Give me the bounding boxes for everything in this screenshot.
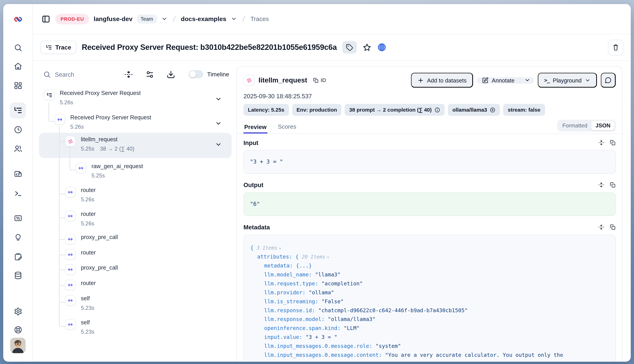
metric-badge[interactable]: ollama/llama3 — [448, 104, 500, 116]
tree-row-metrics: 5.26s — [81, 196, 96, 202]
copy-section-icon[interactable] — [609, 140, 616, 146]
tree-row-proxy-pre-call[interactable]: ↔proxy_pre_call — [39, 264, 232, 275]
tree-row-received-proxy-server-request[interactable]: ↔Received Proxy Server Request5.26s — [39, 114, 232, 134]
scores-icon[interactable] — [12, 212, 24, 224]
collapse-section-icon[interactable] — [598, 182, 604, 188]
insights-lightbulb-icon[interactable] — [12, 232, 24, 243]
datasets-database-icon[interactable] — [12, 270, 24, 281]
prompts-icon[interactable] — [12, 168, 24, 180]
copy-section-icon[interactable] — [609, 182, 616, 188]
tree-connector — [59, 141, 65, 142]
view-settings-icon[interactable] — [145, 69, 155, 80]
expand-chevron-icon[interactable] — [215, 120, 222, 128]
json-key: attributes: — [257, 254, 295, 260]
chat-bubble-icon — [605, 77, 611, 84]
json-key: input.value: — [264, 334, 305, 340]
tree-row-self[interactable]: ↔self5.23s — [39, 295, 232, 316]
expand-chevron-icon[interactable] — [215, 141, 222, 150]
tree-row-received-proxy-server-request[interactable]: Received Proxy Server Request5.26s — [39, 90, 232, 110]
tree-row-router[interactable]: ↔router5.26s — [39, 210, 232, 231]
format-toggle[interactable]: FormattedJSON — [557, 120, 616, 132]
breadcrumb-separator: / — [241, 14, 247, 23]
tree-row-metrics: 5.23s — [81, 328, 94, 335]
collapse-all-icon[interactable] — [123, 69, 134, 80]
tab-preview[interactable]: Preview — [243, 120, 267, 134]
json-line: llm.input_messages.0.message.content: "Y… — [249, 351, 610, 360]
metric-badge: stream: false — [503, 104, 545, 116]
observation-tabs: PreviewScores FormattedJSON — [237, 116, 622, 134]
tree-row-label: Received Proxy Server Request — [60, 90, 141, 97]
breadcrumb-project[interactable]: docs-examples — [181, 15, 226, 23]
tree-row-router[interactable]: ↔router5.26s — [39, 187, 232, 207]
collapse-section-icon[interactable] — [598, 140, 604, 146]
metadata-section: Metadata { 3 Itemsattributes: { 20 Items… — [243, 224, 616, 362]
json-item-count[interactable]: 20 Items — [302, 254, 330, 260]
comments-button[interactable] — [601, 73, 616, 88]
playground-terminal-icon[interactable] — [12, 188, 24, 199]
json-line: llm.response.id: "chatcmpl-d96622c0-c642… — [249, 306, 610, 315]
tab-scores[interactable]: Scores — [277, 120, 297, 134]
breadcrumb-section[interactable]: Traces — [250, 16, 269, 22]
breadcrumb-separator: / — [171, 14, 177, 23]
info-icon[interactable] — [435, 107, 440, 112]
tree-row-metrics: 5.25s — [91, 172, 143, 178]
add-to-datasets-button[interactable]: Add to datasets — [411, 73, 473, 88]
dashboard-icon[interactable] — [12, 80, 24, 91]
tree-search-input[interactable] — [55, 71, 104, 78]
sessions-clock-icon[interactable] — [12, 124, 24, 135]
json-line: llm.request.type: "acompletion" — [249, 279, 610, 288]
tree-row-router[interactable]: ↔router — [39, 249, 232, 260]
trace-title-bar: Trace Received Proxy Server Request: b30… — [33, 34, 631, 61]
annotate-button[interactable]: Annotate — [477, 77, 520, 83]
users-icon[interactable] — [12, 143, 24, 154]
bookmark-star-icon[interactable] — [362, 42, 372, 52]
playground-button[interactable]: >_ Playground — [538, 73, 597, 88]
trash-icon — [612, 44, 619, 51]
top-navigation-bar: PROD-EU langfuse-dev Team / docs-example… — [33, 4, 631, 34]
search-icon[interactable] — [12, 42, 24, 53]
tracing-icon[interactable] — [10, 102, 26, 119]
tree-row-metrics: 5.26s — [70, 124, 151, 130]
tag-button[interactable] — [342, 41, 357, 54]
sidebar-toggle-icon[interactable] — [41, 14, 51, 24]
input-section: Input "3 + 3 = " — [243, 139, 616, 174]
tree-toolbar: Timeline — [39, 66, 232, 82]
tree-row-proxy-pre-call[interactable]: ↔proxy_pre_call — [39, 234, 232, 244]
home-icon[interactable] — [12, 60, 24, 72]
tree-row-label: proxy_pre_call — [81, 234, 118, 241]
format-option-formatted[interactable]: Formatted — [558, 121, 591, 130]
span-icon: ↔ — [65, 234, 76, 244]
tree-row-raw-gen-ai-request[interactable]: ↔raw_gen_ai_request5.25s — [39, 163, 232, 183]
annotation-clipboard-icon[interactable] — [12, 251, 24, 262]
timeline-toggle[interactable] — [188, 70, 203, 78]
tree-row-self[interactable]: ↔self5.23s — [39, 319, 232, 340]
metric-badge[interactable]: 38 prompt → 2 completion (∑ 40) — [345, 104, 445, 116]
project-switcher-chevron-icon[interactable] — [231, 16, 237, 22]
org-type-chip: Team — [137, 14, 157, 23]
json-item-count[interactable]: 3 Items — [257, 245, 282, 251]
span-icon: ↔ — [65, 280, 76, 290]
plus-circle-icon[interactable] — [490, 107, 496, 112]
download-icon[interactable] — [166, 69, 176, 80]
content-area: Timeline Received Proxy Server Request5.… — [33, 61, 631, 362]
settings-gear-icon[interactable] — [12, 306, 24, 317]
user-avatar[interactable] — [10, 338, 26, 353]
public-globe-icon[interactable] — [377, 42, 387, 52]
json-key: llm.is_streaming: — [264, 298, 321, 304]
delete-trace-button[interactable] — [608, 40, 623, 55]
tree-row-router[interactable]: ↔router — [39, 280, 232, 290]
collapse-section-icon[interactable] — [598, 224, 604, 230]
copy-id-button[interactable]: ID — [313, 77, 326, 83]
tree-connector — [59, 302, 65, 302]
org-switcher-chevron-icon[interactable] — [161, 16, 167, 22]
observation-header: litellm_request ID Add to datasets — [237, 66, 622, 88]
annotate-dropdown-chevron-icon[interactable] — [520, 77, 534, 83]
copy-section-icon[interactable] — [609, 224, 616, 230]
support-lifebuoy-icon[interactable] — [12, 324, 24, 336]
tree-row-litellm-request[interactable]: litellm_request5.25s38 → 2 (∑ 40) — [39, 133, 232, 158]
json-key: llm.input_messages.0.message.content: — [264, 352, 385, 358]
format-option-json[interactable]: JSON — [591, 121, 614, 130]
expand-chevron-icon[interactable] — [215, 96, 222, 104]
breadcrumb-org[interactable]: langfuse-dev — [94, 15, 132, 23]
edit-icon — [482, 77, 489, 83]
